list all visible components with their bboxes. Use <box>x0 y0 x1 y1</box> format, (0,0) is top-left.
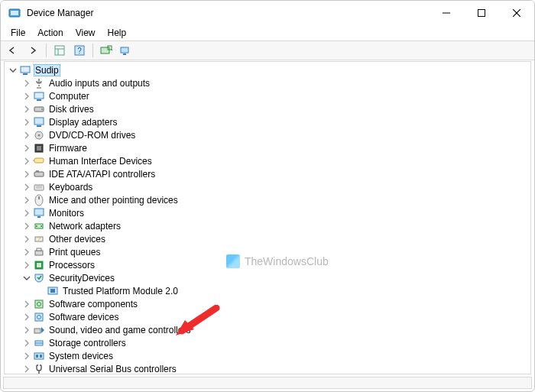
tree-category[interactable]: SecurityDevices <box>8 271 530 284</box>
tree-category[interactable]: System devices <box>8 349 530 362</box>
chevron-right-icon[interactable] <box>21 325 32 335</box>
category-label: Human Interface Devices <box>47 156 154 167</box>
toolbar: ? <box>1 40 534 60</box>
category-label: DVD/CD-ROM drives <box>47 130 137 141</box>
tree-category[interactable]: Software devices <box>8 310 530 323</box>
category-icon <box>33 168 45 180</box>
chevron-right-icon[interactable] <box>21 221 32 232</box>
chevron-right-icon[interactable] <box>21 247 32 258</box>
tree-category[interactable]: Human Interface Devices <box>8 154 530 167</box>
chevron-right-icon[interactable] <box>21 169 32 180</box>
category-icon <box>33 272 45 284</box>
chevron-down-icon[interactable] <box>21 273 32 283</box>
tree-category[interactable]: Audio inputs and outputs <box>8 76 530 89</box>
category-icon <box>33 90 45 102</box>
scan-hardware-button[interactable] <box>97 42 115 59</box>
tree-category[interactable]: IDE ATA/ATAPI controllers <box>8 167 530 180</box>
tree-category[interactable]: Mice and other pointing devices <box>8 193 530 206</box>
tree-category[interactable]: Print queues <box>8 245 530 258</box>
category-label: Other devices <box>47 234 107 245</box>
tree-root[interactable]: Sudip <box>8 63 530 76</box>
category-label: IDE ATA/ATAPI controllers <box>47 169 157 180</box>
help-button[interactable]: ? <box>70 42 89 59</box>
chevron-right-icon[interactable] <box>21 143 32 154</box>
category-label: Display adapters <box>47 117 118 128</box>
category-icon <box>33 103 45 115</box>
tree-device-tpm[interactable]: Trusted Platform Module 2.0 <box>8 284 530 297</box>
category-label: Storage controllers <box>47 338 128 348</box>
chevron-right-icon[interactable] <box>21 208 32 219</box>
chevron-right-icon[interactable] <box>21 117 32 128</box>
chevron-right-icon[interactable] <box>21 182 32 193</box>
tree-category[interactable]: Keyboards <box>8 180 530 193</box>
tree-category[interactable]: ?Other devices <box>8 232 530 245</box>
chevron-right-icon[interactable] <box>21 156 32 167</box>
category-icon <box>33 129 45 141</box>
tree-category[interactable]: Disk drives <box>8 102 530 115</box>
tree-category[interactable]: DVD/CD-ROM drives <box>8 128 530 141</box>
menu-help[interactable]: Help <box>102 26 132 40</box>
device-tree-pane[interactable]: Sudip Audio inputs and outputsComputerDi… <box>4 61 531 374</box>
svg-rect-1 <box>11 11 18 15</box>
svg-rect-47 <box>37 263 41 267</box>
maximize-button[interactable] <box>464 1 499 25</box>
tree-category[interactable]: Universal Serial Bus controllers <box>8 362 530 374</box>
category-icon <box>33 259 45 271</box>
chevron-right-icon[interactable] <box>21 104 32 115</box>
chevron-right-icon[interactable] <box>21 351 32 361</box>
svg-rect-22 <box>34 118 44 125</box>
app-icon <box>8 7 21 19</box>
category-label: Software devices <box>47 312 120 322</box>
toolbar-separator <box>46 44 47 57</box>
chevron-right-icon[interactable] <box>21 195 32 206</box>
tree-category[interactable]: Network adapters <box>8 219 530 232</box>
menubar: File Action View Help <box>1 25 534 40</box>
close-button[interactable] <box>499 1 534 25</box>
tree-category[interactable]: Storage controllers <box>8 336 530 349</box>
svg-rect-58 <box>36 355 38 358</box>
chevron-right-icon[interactable] <box>21 260 32 271</box>
category-icon <box>33 181 45 193</box>
category-label: Monitors <box>47 208 86 219</box>
tree-category[interactable]: Computer <box>8 89 530 102</box>
chevron-right-icon[interactable] <box>21 130 32 141</box>
category-icon <box>33 220 45 232</box>
category-icon <box>33 77 45 89</box>
category-icon <box>33 337 45 349</box>
chevron-down-icon[interactable] <box>8 65 18 76</box>
svg-rect-23 <box>37 125 41 127</box>
menu-action[interactable]: Action <box>32 26 68 40</box>
menu-view[interactable]: View <box>70 26 101 40</box>
minimize-button[interactable] <box>429 1 464 25</box>
window-title: Device Manager <box>27 8 93 18</box>
category-label: Keyboards <box>47 182 94 193</box>
category-label: Sound, video and game controllers <box>47 325 192 335</box>
tree-root-label: Sudip <box>34 64 60 76</box>
category-icon <box>33 194 45 206</box>
chevron-right-icon[interactable] <box>21 364 32 374</box>
device-label: Trusted Platform Module 2.0 <box>61 286 180 296</box>
chevron-right-icon[interactable] <box>21 338 32 348</box>
svg-rect-36 <box>38 196 40 199</box>
tree-category[interactable]: Display adapters <box>8 115 530 128</box>
svg-rect-18 <box>34 92 44 99</box>
tree-category[interactable]: Firmware <box>8 141 530 154</box>
chevron-right-icon[interactable] <box>21 234 32 245</box>
forward-button[interactable] <box>24 42 42 59</box>
tree-category[interactable]: Monitors <box>8 206 530 219</box>
category-label: Print queues <box>47 247 102 258</box>
chevron-right-icon[interactable] <box>21 299 32 309</box>
back-button[interactable] <box>4 42 22 59</box>
svg-rect-49 <box>50 289 55 293</box>
tree-category[interactable]: Processors <box>8 258 530 271</box>
tree-category[interactable]: Software components <box>8 297 530 310</box>
svg-rect-57 <box>34 353 44 359</box>
tree-category[interactable]: Sound, video and game controllers <box>8 323 530 336</box>
svg-rect-52 <box>35 313 43 321</box>
chevron-right-icon[interactable] <box>21 312 32 322</box>
menu-file[interactable]: File <box>5 26 31 40</box>
chevron-right-icon[interactable] <box>21 91 32 102</box>
chevron-right-icon[interactable] <box>21 78 32 89</box>
show-hide-tree-button[interactable] <box>50 42 69 59</box>
devices-printers-button[interactable] <box>117 42 135 59</box>
